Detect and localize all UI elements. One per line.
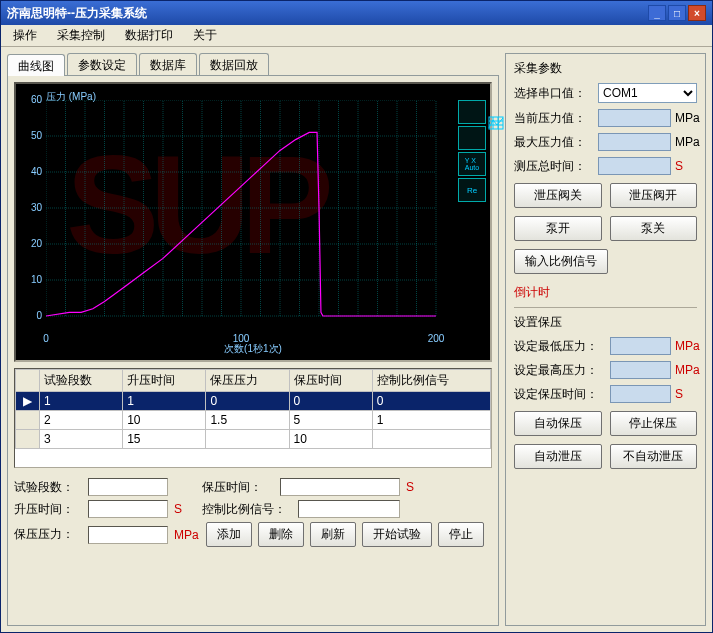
cell[interactable]: 1.5: [206, 411, 289, 430]
stop-hold-button[interactable]: 停止保压: [610, 411, 698, 436]
pump-on-button[interactable]: 泵开: [514, 216, 602, 241]
cell[interactable]: 15: [123, 430, 206, 449]
chart-tool-line-icon[interactable]: [458, 126, 486, 150]
chart-tool-grid-icon[interactable]: [458, 100, 486, 124]
table-row[interactable]: 2101.551: [16, 411, 491, 430]
ratio-input[interactable]: [298, 500, 400, 518]
ytick: 20: [22, 238, 42, 249]
menu-print[interactable]: 数据打印: [117, 25, 181, 46]
tabstrip: 曲线图 参数设定 数据库 数据回放: [7, 53, 499, 75]
cell[interactable]: 2: [40, 411, 123, 430]
chart-tool-reset-icon[interactable]: Re: [458, 178, 486, 202]
tott-field: [598, 157, 671, 175]
minimize-button[interactable]: _: [648, 5, 666, 21]
col-header[interactable]: 试验段数: [40, 370, 123, 392]
cell[interactable]: 0: [206, 392, 289, 411]
refresh-button[interactable]: 刷新: [310, 522, 356, 547]
row-selector[interactable]: ▶: [16, 392, 40, 411]
cell[interactable]: [206, 430, 289, 449]
setholdt-field[interactable]: [610, 385, 671, 403]
col-header[interactable]: 保压时间: [289, 370, 372, 392]
holdt-label: 保压时间：: [202, 479, 274, 496]
close-button[interactable]: ×: [688, 5, 706, 21]
minp-label: 设定最低压力：: [514, 338, 606, 355]
sethold-group-title: 设置保压: [514, 314, 697, 331]
col-header[interactable]: 控制比例信号: [372, 370, 490, 392]
tab-database[interactable]: 数据库: [139, 53, 197, 75]
row-selector[interactable]: [16, 411, 40, 430]
col-header[interactable]: 升压时间: [123, 370, 206, 392]
holdp-label: 保压压力：: [14, 526, 82, 543]
start-button[interactable]: 开始试验: [362, 522, 432, 547]
table-row[interactable]: ▶11000: [16, 392, 491, 411]
acquire-group-title: 采集参数: [514, 60, 697, 77]
ytick: 0: [22, 310, 42, 321]
pump-off-button[interactable]: 泵关: [610, 216, 698, 241]
minp-unit: MPa: [675, 339, 697, 353]
holdt-unit: S: [406, 480, 428, 494]
no-auto-release-button[interactable]: 不自动泄压: [610, 444, 698, 469]
ytick: 30: [22, 202, 42, 213]
tab-playback[interactable]: 数据回放: [199, 53, 269, 75]
titlebar: 济南思明特--压力采集系统 _ □ ×: [1, 1, 712, 25]
tott-unit: S: [675, 159, 697, 173]
cell[interactable]: 5: [289, 411, 372, 430]
rise-label: 升压时间：: [14, 501, 82, 518]
cell[interactable]: 0: [289, 392, 372, 411]
auto-release-button[interactable]: 自动泄压: [514, 444, 602, 469]
cell[interactable]: 0: [372, 392, 490, 411]
valve-close-button[interactable]: 泄压阀关: [514, 183, 602, 208]
setholdt-label: 设定保压时间：: [514, 386, 606, 403]
countdown-label: 倒计时: [514, 284, 697, 301]
add-button[interactable]: 添加: [206, 522, 252, 547]
delete-button[interactable]: 删除: [258, 522, 304, 547]
curp-label: 当前压力值：: [514, 110, 594, 127]
menubar: 操作 采集控制 数据打印 关于: [1, 25, 712, 47]
ratio-label: 控制比例信号：: [202, 501, 292, 518]
serial-select[interactable]: COM1: [598, 83, 697, 103]
chart-tool-auto-icon[interactable]: Y XAuto: [458, 152, 486, 176]
maxp-field: [598, 133, 671, 151]
auto-hold-button[interactable]: 自动保压: [514, 411, 602, 436]
segment-label: 试验段数：: [14, 479, 82, 496]
setmaxp-field[interactable]: [610, 361, 671, 379]
window-title: 济南思明特--压力采集系统: [7, 5, 147, 22]
cell[interactable]: 3: [40, 430, 123, 449]
col-header[interactable]: 保压压力: [206, 370, 289, 392]
menu-operate[interactable]: 操作: [5, 25, 45, 46]
menu-about[interactable]: 关于: [185, 25, 225, 46]
cell[interactable]: 1: [123, 392, 206, 411]
cell[interactable]: 1: [40, 392, 123, 411]
maxp-label: 最大压力值：: [514, 134, 594, 151]
menu-acquire[interactable]: 采集控制: [49, 25, 113, 46]
stop-button[interactable]: 停止: [438, 522, 484, 547]
cell[interactable]: [372, 430, 490, 449]
segments-table[interactable]: 试验段数升压时间保压压力保压时间控制比例信号 ▶110002101.551315…: [14, 368, 492, 468]
cell[interactable]: 10: [289, 430, 372, 449]
holdp-input[interactable]: [88, 526, 168, 544]
ytick: 40: [22, 166, 42, 177]
holdt-input[interactable]: [280, 478, 400, 496]
ratio-signal-field[interactable]: [616, 249, 697, 274]
pressure-chart: 压力 (MPa) 次数(1秒1次) SUP Y XAuto Re 0102030…: [14, 82, 492, 362]
tott-label: 测压总时间：: [514, 158, 594, 175]
chart-x-title: 次数(1秒1次): [224, 342, 282, 356]
table-row[interactable]: 31510: [16, 430, 491, 449]
rise-input[interactable]: [88, 500, 168, 518]
maximize-button[interactable]: □: [668, 5, 686, 21]
setmaxp-unit: MPa: [675, 363, 697, 377]
ratio-signal-button[interactable]: 输入比例信号: [514, 249, 608, 274]
xtick: 100: [233, 333, 250, 344]
row-selector[interactable]: [16, 430, 40, 449]
cell[interactable]: 1: [372, 411, 490, 430]
tab-curve[interactable]: 曲线图: [7, 54, 65, 76]
minp-field[interactable]: [610, 337, 671, 355]
valve-open-button[interactable]: 泄压阀开: [610, 183, 698, 208]
maxp-unit: MPa: [675, 135, 697, 149]
setmaxp-label: 设定最高压力：: [514, 362, 606, 379]
cell[interactable]: 10: [123, 411, 206, 430]
xtick: 200: [428, 333, 445, 344]
ytick: 50: [22, 130, 42, 141]
segment-input[interactable]: [88, 478, 168, 496]
tab-params[interactable]: 参数设定: [67, 53, 137, 75]
